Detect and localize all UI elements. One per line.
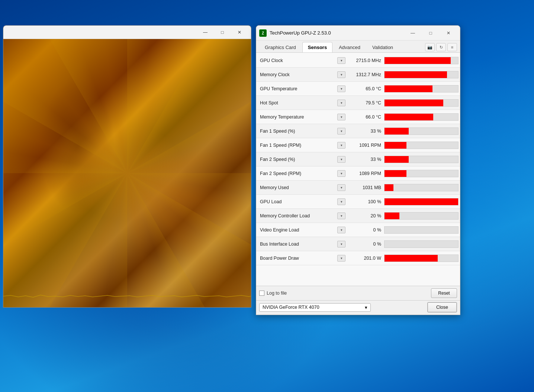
sensor-value: 2715.0 MHz	[347, 58, 384, 63]
sensor-value: 1089 RPM	[347, 171, 384, 176]
sensor-row: Memory Clock▾1312.7 MHz	[256, 68, 460, 82]
sensor-bar	[385, 198, 458, 205]
sensor-name: Memory Controller Load	[258, 213, 336, 218]
sensor-name: Fan 2 Speed (RPM)	[258, 171, 336, 176]
footer-buttons: Reset	[431, 288, 457, 298]
sensor-bar-container	[384, 170, 459, 177]
sensor-dropdown[interactable]: ▾	[336, 156, 347, 163]
dropdown-arrow-icon[interactable]: ▾	[337, 184, 345, 191]
sensor-dropdown[interactable]: ▾	[336, 213, 347, 219]
tab-graphics-card[interactable]: Graphics Card	[259, 42, 302, 52]
sensor-bar-container	[384, 226, 459, 234]
gpuz-body: GPU Clock▾2715.0 MHzMemory Clock▾1312.7 …	[256, 53, 460, 286]
dropdown-arrow-icon[interactable]: ▾	[337, 156, 345, 163]
sensor-name: Memory Temperature	[258, 114, 336, 120]
bg-close-button[interactable]: ✕	[231, 27, 248, 38]
sensor-dropdown[interactable]: ▾	[336, 85, 347, 92]
sensor-name: Fan 1 Speed (RPM)	[258, 143, 336, 148]
gpu-selector-dropdown[interactable]: NVIDIA GeForce RTX 4070 ▾	[259, 303, 371, 312]
sensor-row: Memory Temperature▾66.0 °C	[256, 110, 460, 124]
sensor-row: Memory Controller Load▾20 %	[256, 209, 460, 223]
sensor-value: 79.5 °C	[347, 100, 384, 106]
sensor-row: Fan 1 Speed (RPM)▾1091 RPM	[256, 138, 460, 152]
sensor-dropdown[interactable]: ▾	[336, 71, 347, 78]
gpuz-gpu-bar: NVIDIA GeForce RTX 4070 ▾ Close	[256, 300, 460, 315]
dropdown-arrow-icon[interactable]: ▾	[337, 114, 345, 120]
sensor-name: Bus Interface Load	[258, 242, 336, 247]
sensor-dropdown[interactable]: ▾	[336, 198, 347, 205]
sensor-value: 66.0 °C	[347, 114, 384, 120]
sensor-row: GPU Temperature▾65.0 °C	[256, 82, 460, 96]
waveform	[3, 278, 251, 307]
gpuz-app-icon: Z	[259, 29, 267, 37]
sensor-bar	[385, 57, 451, 64]
sensor-bar	[385, 85, 432, 92]
dropdown-arrow-icon[interactable]: ▾	[337, 213, 345, 219]
svg-text:Z: Z	[262, 31, 264, 35]
gpuz-tabs: Graphics Card Sensors Advanced Validatio…	[256, 41, 460, 53]
bg-minimize-button[interactable]: —	[197, 27, 214, 38]
tab-advanced[interactable]: Advanced	[333, 42, 366, 52]
sensor-name: Memory Used	[258, 185, 336, 190]
dropdown-arrow-icon[interactable]: ▾	[337, 142, 345, 149]
sensor-bar	[385, 170, 406, 177]
close-main-button[interactable]: Close	[427, 302, 457, 312]
bg-window-titlebar: — □ ✕	[3, 26, 251, 39]
reset-button[interactable]: Reset	[431, 288, 457, 298]
sensor-bar-container	[384, 240, 459, 248]
sensor-dropdown[interactable]: ▾	[336, 184, 347, 191]
dropdown-arrow-icon[interactable]: ▾	[337, 71, 345, 78]
gpuz-title-text: TechPowerUp GPU-Z 2.53.0	[270, 30, 404, 36]
screenshot-action-button[interactable]: 📷	[425, 43, 435, 51]
sensor-bar-container	[384, 127, 459, 135]
sensor-bar-container	[384, 113, 459, 121]
sensor-dropdown[interactable]: ▾	[336, 114, 347, 120]
dropdown-arrow-icon[interactable]: ▾	[337, 170, 345, 177]
gpuz-window: Z TechPowerUp GPU-Z 2.53.0 — □ ✕ Graphic…	[256, 25, 460, 315]
sensor-value: 201.0 W	[347, 256, 384, 261]
sensor-row: GPU Clock▾2715.0 MHz	[256, 54, 460, 68]
tab-validation[interactable]: Validation	[367, 42, 399, 52]
sensor-row: Fan 2 Speed (RPM)▾1089 RPM	[256, 166, 460, 181]
gpuz-maximize-button[interactable]: □	[422, 27, 439, 39]
sensor-dropdown[interactable]: ▾	[336, 142, 347, 149]
sensor-dropdown[interactable]: ▾	[336, 170, 347, 177]
bg-maximize-button[interactable]: □	[214, 27, 231, 38]
dropdown-arrow-icon[interactable]: ▾	[337, 227, 345, 233]
gpuz-close-button[interactable]: ✕	[440, 27, 457, 39]
refresh-action-button[interactable]: ↻	[436, 43, 446, 51]
sensor-bar-container	[384, 71, 459, 78]
sensor-dropdown[interactable]: ▾	[336, 227, 347, 233]
sensor-value: 65.0 °C	[347, 86, 384, 91]
log-to-file-checkbox[interactable]	[259, 291, 264, 296]
sensor-value: 1031 MB	[347, 185, 384, 190]
tab-sensors[interactable]: Sensors	[302, 42, 332, 52]
menu-action-button[interactable]: ≡	[447, 43, 457, 51]
sensor-bar	[385, 156, 409, 163]
dropdown-arrow-icon[interactable]: ▾	[337, 128, 345, 135]
sensors-list[interactable]: GPU Clock▾2715.0 MHzMemory Clock▾1312.7 …	[256, 53, 460, 286]
gpuz-footer: Log to file Reset	[256, 286, 460, 300]
sensor-bar	[385, 71, 447, 78]
sensor-dropdown[interactable]: ▾	[336, 241, 347, 247]
sensor-dropdown[interactable]: ▾	[336, 57, 347, 64]
sensor-dropdown[interactable]: ▾	[336, 128, 347, 135]
gpuz-minimize-button[interactable]: —	[404, 27, 421, 39]
sensor-row: Video Engine Load▾0 %	[256, 223, 460, 237]
sensor-bar-container	[384, 212, 459, 220]
sensor-dropdown[interactable]: ▾	[336, 100, 347, 106]
dropdown-arrow-icon[interactable]: ▾	[337, 57, 345, 64]
dropdown-arrow-icon[interactable]: ▾	[337, 100, 345, 106]
sensor-bar-container	[384, 142, 459, 149]
dropdown-arrow-icon[interactable]: ▾	[337, 241, 345, 247]
dropdown-arrow-icon[interactable]: ▾	[337, 198, 345, 205]
sensor-value: 0 %	[347, 227, 384, 233]
sensor-value: 0 %	[347, 242, 384, 247]
sensor-dropdown[interactable]: ▾	[336, 255, 347, 262]
dropdown-arrow-icon[interactable]: ▾	[337, 255, 345, 262]
sensor-value: 1312.7 MHz	[347, 72, 384, 77]
background-window: — □ ✕	[3, 25, 251, 308]
dropdown-arrow-icon[interactable]: ▾	[337, 85, 345, 92]
gpuz-tab-actions: 📷 ↻ ≡	[425, 43, 457, 51]
sensor-name: GPU Temperature	[258, 86, 336, 91]
